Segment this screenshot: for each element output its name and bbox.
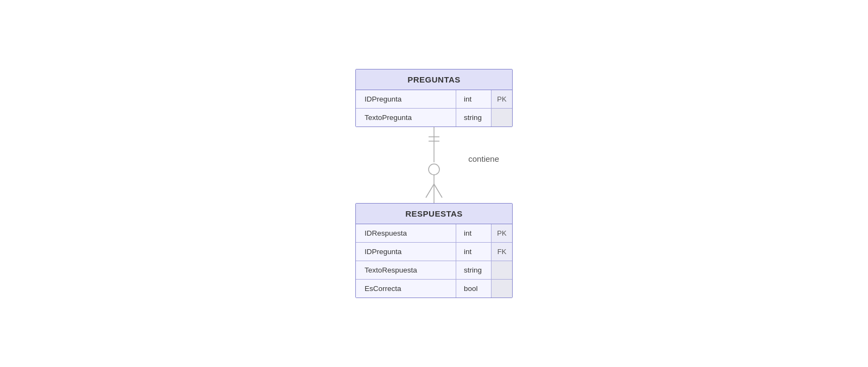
preguntas-row2-type: string — [456, 109, 492, 126]
preguntas-row2-name: TextoPregunta — [356, 109, 456, 126]
respuestas-row4-type: bool — [456, 280, 492, 298]
connector-area: contiene — [407, 127, 461, 203]
respuestas-row1-name: IDRespuesta — [356, 224, 456, 242]
respuestas-row2-key: FK — [492, 243, 512, 261]
table-row: IDRespuesta int PK — [356, 224, 512, 243]
diagram-container: PREGUNTAS IDPregunta int PK TextoPregunt… — [355, 69, 513, 298]
preguntas-title: PREGUNTAS — [356, 69, 512, 90]
svg-line-6 — [434, 184, 442, 198]
table-row: EsCorrecta bool — [356, 280, 512, 298]
relationship-line — [407, 127, 461, 203]
svg-line-5 — [426, 184, 434, 198]
respuestas-row3-name: TextoRespuesta — [356, 261, 456, 279]
table-row: TextoPregunta string — [356, 109, 512, 126]
table-row: TextoRespuesta string — [356, 261, 512, 280]
respuestas-row2-name: IDPregunta — [356, 243, 456, 261]
respuestas-row4-name: EsCorrecta — [356, 280, 456, 298]
respuestas-row1-key: PK — [492, 224, 512, 242]
table-row: IDPregunta int PK — [356, 90, 512, 109]
respuestas-row2-type: int — [456, 243, 492, 261]
respuestas-row3-key — [492, 261, 512, 279]
respuestas-row4-key — [492, 280, 512, 298]
preguntas-row2-key — [492, 109, 512, 126]
preguntas-table: PREGUNTAS IDPregunta int PK TextoPregunt… — [355, 69, 513, 127]
table-row: IDPregunta int FK — [356, 243, 512, 261]
preguntas-row1-type: int — [456, 90, 492, 108]
respuestas-table: RESPUESTAS IDRespuesta int PK IDPregunta… — [355, 203, 513, 298]
respuestas-row1-type: int — [456, 224, 492, 242]
relation-label: contiene — [468, 154, 499, 163]
respuestas-title: RESPUESTAS — [356, 204, 512, 224]
svg-point-3 — [429, 164, 439, 175]
respuestas-row3-type: string — [456, 261, 492, 279]
preguntas-row1-name: IDPregunta — [356, 90, 456, 108]
preguntas-row1-key: PK — [492, 90, 512, 108]
